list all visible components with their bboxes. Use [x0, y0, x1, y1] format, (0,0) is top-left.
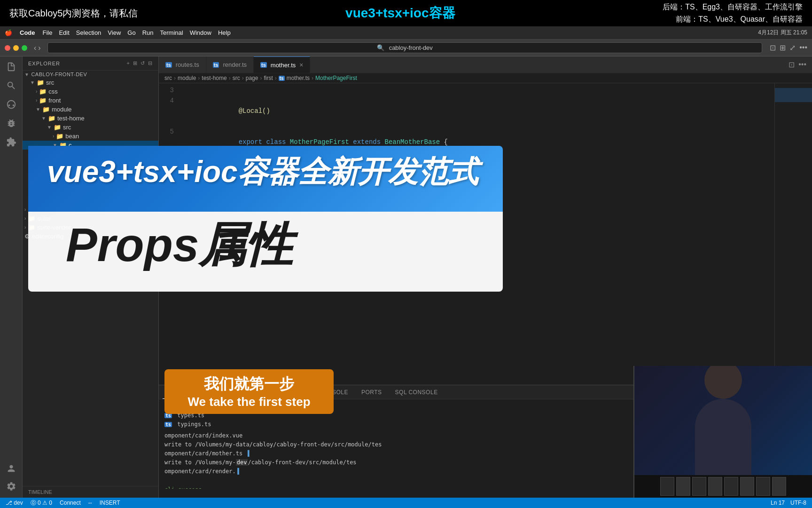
settings-icon[interactable] — [5, 480, 18, 493]
tab-mother-ts[interactable]: ts mother.ts × — [254, 56, 310, 73]
forward-arrow[interactable]: › — [38, 44, 40, 52]
webcam-person — [634, 366, 812, 498]
split-editor-icon[interactable]: ⊡ — [789, 60, 795, 69]
shelf-item — [692, 477, 706, 496]
sidebar-item-module-vendor[interactable]: › 📁 module-vendor — [23, 205, 158, 214]
sidebar-item-front[interactable]: › 📁 front — [23, 96, 158, 105]
fullscreen-icon[interactable]: ⤢ — [789, 43, 796, 52]
code-line-3: 3 — [159, 85, 812, 95]
files-icon[interactable] — [5, 60, 18, 73]
bc-src2[interactable]: src — [233, 75, 240, 81]
subtitle-chinese: 我们就第一步 — [176, 374, 322, 395]
refresh-icon[interactable]: ↺ — [141, 60, 145, 66]
webcam-overlay — [633, 366, 812, 498]
webcam-bg-shelf — [634, 475, 812, 498]
menu-run[interactable]: Run — [142, 29, 154, 36]
subtitle-overlay: 我们就第一步 We take the first step — [164, 369, 334, 414]
debug-icon[interactable] — [5, 117, 18, 130]
nav-arrows: ‹ › — [34, 44, 41, 52]
shelf-item — [772, 477, 786, 496]
status-errors[interactable]: ⓪ 0 ⚠ 0 — [31, 499, 52, 507]
sidebar-item-types-ts[interactable]: ts types.ts — [23, 160, 158, 169]
person-head — [704, 366, 742, 399]
root-folder[interactable]: ▼ CABLOY-FRONT-DEV — [23, 71, 158, 78]
source-control-icon[interactable] — [5, 98, 18, 111]
menu-view[interactable]: View — [108, 29, 121, 36]
menu-edit[interactable]: Edit — [59, 29, 69, 36]
sidebar-item-css[interactable]: › 📁 css — [23, 87, 158, 96]
bc-mother-ts[interactable]: mother.ts — [287, 75, 310, 81]
sidebar-item-package-json[interactable]: {} package.json — [23, 178, 158, 187]
menu-help[interactable]: Help — [218, 29, 231, 36]
bc-class[interactable]: MotherPageFirst — [315, 75, 357, 81]
menu-selection[interactable]: Selection — [76, 29, 101, 36]
status-right: Ln 17 UTF-8 — [771, 500, 806, 506]
status-bar: ⎇ dev ⓪ 0 ⚠ 0 Connect -- INSERT Ln 17 UT… — [0, 498, 812, 508]
minimap — [774, 83, 812, 385]
maximize-button[interactable] — [22, 45, 27, 51]
page-root: 获取Cabloy5内测资格，请私信 vue3+tsx+ioc容器 后端：TS、E… — [0, 0, 812, 508]
menu-go[interactable]: Go — [127, 29, 135, 36]
bc-first[interactable]: first — [264, 75, 273, 81]
more-actions-icon[interactable]: ••• — [798, 60, 806, 69]
sidebar: EXPLORER + ⊞ ↺ ⊟ ▼ CABLOY-FRONT-DEV — [23, 56, 159, 498]
panel-tab-ports[interactable]: PORTS — [356, 385, 388, 399]
menu-items: File Edit Selection View Go Run Terminal… — [43, 29, 231, 36]
code-line-6: 6 @Use() — [159, 158, 812, 189]
close-button[interactable] — [5, 45, 10, 51]
tab-routes-ts[interactable]: ts routes.ts — [159, 56, 206, 73]
status-mode: INSERT — [100, 500, 120, 506]
more-icon[interactable]: ••• — [799, 43, 807, 52]
status-branch[interactable]: ⎇ dev — [6, 500, 23, 506]
url-bar[interactable]: 🔍 cabloy-front-dev — [47, 42, 763, 53]
bc-page[interactable]: page — [246, 75, 258, 81]
bc-module[interactable]: module — [178, 75, 196, 81]
apple-logo: 🍎 — [5, 29, 12, 36]
sidebar-item-src2[interactable]: ▼ 📁 src — [23, 123, 158, 132]
tab-close-icon[interactable]: × — [299, 61, 303, 69]
menu-terminal[interactable]: Terminal — [160, 29, 183, 36]
minimize-button[interactable] — [13, 45, 19, 51]
sidebar-item-test-home[interactable]: ▼ 📁 test-home — [23, 114, 158, 123]
sidebar-item-suite-vendor[interactable]: › 📁 suite-vendor — [23, 223, 158, 232]
user-icon[interactable] — [5, 462, 18, 475]
panel-tab-sql-console[interactable]: SQL CONSOLE — [390, 385, 444, 399]
new-folder-icon[interactable]: ⊞ — [133, 60, 138, 66]
sidebar-item-suite[interactable]: › 📁 suite — [23, 214, 158, 223]
person-body — [695, 399, 751, 484]
tab-render-ts[interactable]: ts render.ts — [206, 56, 254, 73]
split-icon[interactable]: ⊡ — [770, 43, 776, 52]
code-line-7: 7 $$render: RenderPageFirst; — [159, 189, 812, 220]
menu-window[interactable]: Window — [190, 29, 211, 36]
sidebar-timeline: TIMELINE — [23, 486, 158, 498]
shelf-item — [708, 477, 722, 496]
sidebar-item-c-active[interactable]: ▼ 📁 c — [23, 141, 158, 150]
status-encoding: UTF-8 — [790, 500, 806, 506]
sidebar-item-src[interactable]: ▼ 📁 src — [23, 78, 158, 87]
search-icon[interactable] — [5, 79, 18, 92]
chrome-right: ⊡ ⊞ ⤢ ••• — [770, 43, 807, 52]
code-editor[interactable]: 3 4 @Local() 5 export class MotherPageFi… — [159, 83, 812, 385]
sidebar-item-tsconfig[interactable]: {} tsconfig.json — [23, 187, 158, 196]
root-folder-label: CABLOY-FRONT-DEV — [31, 71, 87, 77]
activity-bottom — [5, 462, 18, 498]
status-connect[interactable]: Connect — [60, 500, 81, 506]
sidebar-item-typings-ts[interactable]: ts typings.ts — [23, 169, 158, 178]
bc-test-home[interactable]: test-home — [202, 75, 226, 81]
collapse-all-icon[interactable]: ⊟ — [148, 60, 153, 66]
explorer-label: EXPLORER — [28, 61, 60, 66]
sidebar-header: EXPLORER + ⊞ ↺ ⊟ — [23, 56, 158, 71]
sidebar-item-bean[interactable]: › 📁 bean — [23, 132, 158, 141]
extensions-icon[interactable] — [5, 135, 18, 149]
sidebar-item-gitkeep[interactable]: ☁ .gitkeep — [23, 196, 158, 205]
sidebar-item-routes-ts[interactable]: ts routes.ts — [23, 151, 158, 160]
sidebar-item-module[interactable]: ▼ 📁 module — [23, 105, 158, 114]
new-file-icon[interactable]: + — [127, 60, 130, 66]
bc-src[interactable]: src — [164, 75, 172, 81]
layout-icon[interactable]: ⊞ — [780, 43, 786, 52]
datetime: 4月12日 周五 21:05 — [758, 29, 807, 36]
back-arrow[interactable]: ‹ — [34, 44, 36, 52]
menu-file[interactable]: File — [43, 29, 53, 36]
shelf-item — [740, 477, 754, 496]
sidebar-item-editorconfig[interactable]: ⚙ editorconfig — [23, 232, 158, 241]
